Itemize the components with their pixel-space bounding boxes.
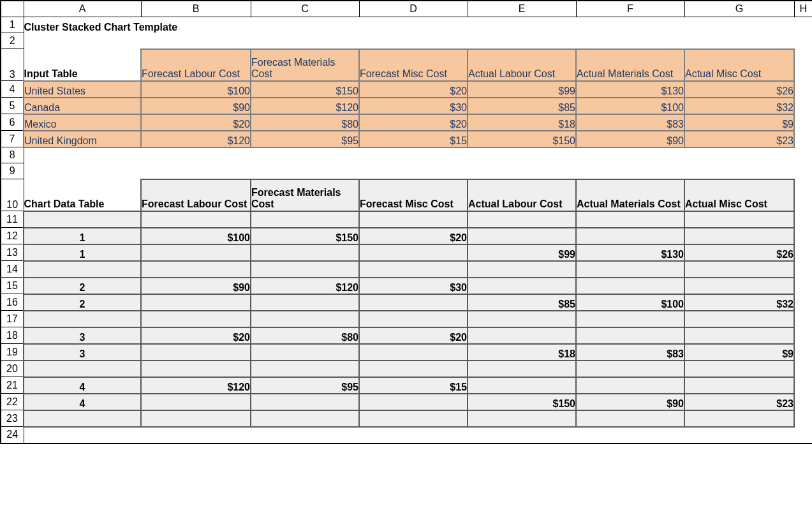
cell[interactable] (468, 427, 576, 444)
chart-value[interactable]: $99 (468, 244, 576, 261)
chart-value[interactable] (684, 278, 794, 294)
chart-value[interactable]: $150 (251, 228, 359, 244)
col-header-F[interactable]: F (576, 1, 684, 17)
cell[interactable] (794, 311, 812, 327)
input-value[interactable]: $90 (576, 131, 684, 147)
cell[interactable] (576, 147, 684, 163)
chart-value[interactable]: $23 (684, 394, 794, 410)
cell[interactable] (794, 294, 812, 311)
chart-value[interactable] (684, 361, 794, 377)
chart-value[interactable] (359, 244, 468, 261)
chart-value[interactable] (576, 278, 684, 294)
input-value[interactable]: $9 (684, 114, 794, 131)
cell[interactable] (141, 427, 251, 444)
cell[interactable] (141, 163, 251, 179)
input-value[interactable]: $83 (576, 114, 684, 131)
row-header-7[interactable]: 7 (1, 131, 24, 147)
row-header-16[interactable]: 16 (1, 294, 24, 311)
chart-value[interactable]: $83 (576, 344, 684, 361)
chart-header[interactable]: Forecast Misc Cost (359, 179, 468, 211)
chart-row-idx[interactable] (24, 211, 141, 228)
chart-value[interactable] (251, 344, 359, 361)
cell[interactable] (794, 114, 812, 131)
chart-header[interactable]: Actual Labour Cost (468, 179, 576, 211)
chart-value[interactable] (576, 327, 684, 344)
row-header-17[interactable]: 17 (1, 311, 24, 327)
chart-row-idx[interactable] (24, 361, 141, 377)
chart-value[interactable] (576, 228, 684, 244)
chart-value[interactable] (359, 394, 468, 410)
row-header-19[interactable]: 19 (1, 344, 24, 361)
input-row-name[interactable]: Mexico (24, 114, 141, 131)
col-header-G[interactable]: G (684, 1, 794, 17)
input-header[interactable]: Forecast Materials Cost (251, 49, 359, 81)
cell[interactable] (359, 427, 468, 444)
chart-value[interactable] (251, 211, 359, 228)
cell[interactable] (359, 147, 468, 163)
chart-value[interactable] (684, 211, 794, 228)
cell[interactable] (794, 394, 812, 410)
cell[interactable] (794, 131, 812, 147)
chart-value[interactable] (576, 261, 684, 278)
input-value[interactable]: $90 (141, 98, 251, 114)
cell[interactable] (794, 361, 812, 377)
cell[interactable] (794, 33, 812, 49)
chart-row-idx[interactable]: 4 (24, 394, 141, 410)
input-value[interactable]: $15 (359, 131, 468, 147)
cell[interactable] (576, 163, 684, 179)
cell[interactable] (794, 211, 812, 228)
chart-value[interactable] (141, 294, 251, 311)
input-value[interactable]: $100 (141, 81, 251, 98)
chart-value[interactable]: $15 (359, 377, 468, 394)
chart-value[interactable] (359, 410, 468, 427)
chart-value[interactable] (468, 377, 576, 394)
chart-value[interactable] (684, 410, 794, 427)
chart-value[interactable] (251, 261, 359, 278)
input-header[interactable]: Forecast Labour Cost (141, 49, 251, 81)
chart-row-idx[interactable]: 2 (24, 294, 141, 311)
input-value[interactable]: $80 (251, 114, 359, 131)
input-row-name[interactable]: United Kingdom (24, 131, 141, 147)
cell[interactable] (684, 33, 794, 49)
chart-value[interactable]: $150 (468, 394, 576, 410)
chart-value[interactable] (468, 261, 576, 278)
input-value[interactable]: $150 (251, 81, 359, 98)
cell[interactable] (794, 81, 812, 98)
row-header-2[interactable]: 2 (1, 33, 24, 49)
chart-value[interactable]: $20 (359, 228, 468, 244)
row-header-20[interactable]: 20 (1, 361, 24, 377)
cell[interactable] (794, 344, 812, 361)
input-value[interactable]: $30 (359, 98, 468, 114)
chart-value[interactable] (359, 361, 468, 377)
chart-header[interactable]: Actual Materials Cost (576, 179, 684, 211)
input-value[interactable]: $100 (576, 98, 684, 114)
cell[interactable] (468, 147, 576, 163)
input-row-name[interactable]: Canada (24, 98, 141, 114)
chart-value[interactable] (576, 377, 684, 394)
cell[interactable] (24, 163, 141, 179)
col-header-B[interactable]: B (141, 1, 251, 17)
cell[interactable] (794, 228, 812, 244)
chart-value[interactable] (468, 228, 576, 244)
col-header-A[interactable]: A (24, 1, 141, 17)
chart-value[interactable] (684, 261, 794, 278)
input-value[interactable]: $99 (468, 81, 576, 98)
chart-value[interactable] (251, 311, 359, 327)
chart-value[interactable] (684, 377, 794, 394)
chart-value[interactable] (576, 211, 684, 228)
input-header[interactable]: Actual Materials Cost (576, 49, 684, 81)
cell[interactable] (251, 427, 359, 444)
chart-value[interactable] (141, 410, 251, 427)
chart-value[interactable] (576, 311, 684, 327)
input-value[interactable]: $23 (684, 131, 794, 147)
chart-value[interactable] (359, 261, 468, 278)
chart-value[interactable] (468, 361, 576, 377)
chart-value[interactable] (251, 410, 359, 427)
row-header-11[interactable]: 11 (1, 211, 24, 228)
row-header-3[interactable]: 3 (1, 49, 24, 81)
cell[interactable] (576, 427, 684, 444)
cell[interactable] (251, 163, 359, 179)
chart-value[interactable]: $120 (251, 278, 359, 294)
cell[interactable] (24, 33, 141, 49)
input-value[interactable]: $130 (576, 81, 684, 98)
